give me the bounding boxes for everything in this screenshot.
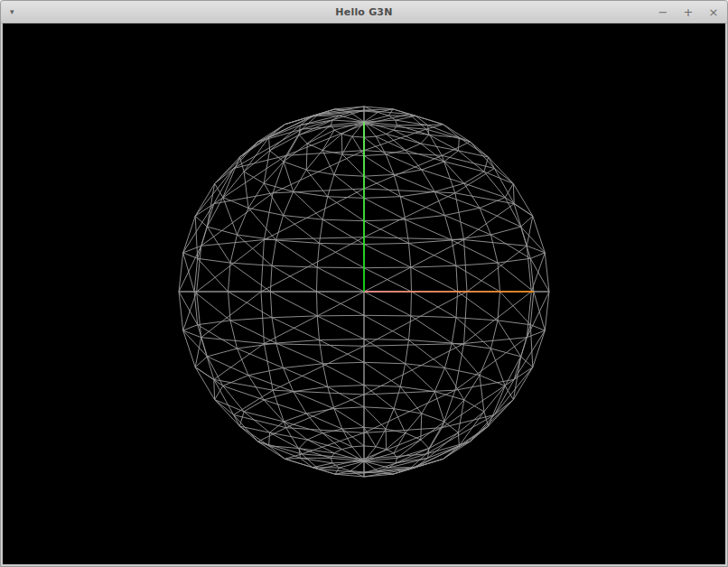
titlebar[interactable]: ▾ Hello G3N − + ×: [1, 1, 727, 23]
maximize-button[interactable]: +: [682, 6, 695, 18]
close-button[interactable]: ×: [707, 6, 720, 18]
3d-scene-viewport[interactable]: [3, 23, 725, 564]
window-frame: [1, 23, 727, 566]
window-controls: − + ×: [657, 1, 720, 23]
window-title: Hello G3N: [1, 6, 727, 18]
app-window: ▾ Hello G3N − + ×: [0, 0, 728, 567]
window-menu-icon[interactable]: ▾: [10, 1, 14, 23]
minimize-button[interactable]: −: [657, 6, 669, 18]
